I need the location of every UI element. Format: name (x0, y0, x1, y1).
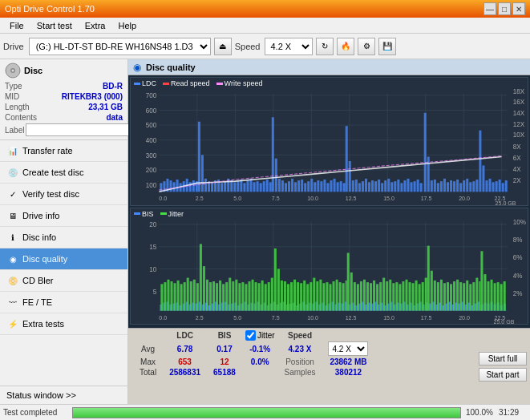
eject-button[interactable]: ⏏ (214, 38, 232, 55)
svg-rect-303 (187, 277, 189, 310)
refresh-button[interactable]: ↻ (316, 38, 334, 55)
settings-button[interactable]: ⚙ (358, 38, 375, 55)
progress-bar-fill (73, 408, 460, 418)
svg-rect-102 (346, 126, 348, 192)
nav-verify-test-disc[interactable]: ✓ Verify test disc (0, 184, 127, 205)
svg-rect-87 (291, 179, 293, 192)
svg-rect-350 (339, 282, 342, 311)
minimize-button[interactable]: — (483, 2, 496, 15)
svg-rect-315 (225, 282, 228, 311)
cd-bler-icon: 📀 (6, 274, 19, 287)
svg-rect-375 (419, 284, 421, 310)
verify-test-disc-icon: ✓ (6, 188, 19, 200)
svg-rect-99 (330, 180, 333, 192)
svg-rect-389 (463, 283, 465, 310)
svg-rect-60 (204, 179, 207, 192)
svg-rect-77 (272, 117, 274, 192)
svg-rect-130 (431, 180, 433, 192)
svg-rect-107 (355, 180, 358, 192)
nav-disc-quality[interactable]: ◉ Disc quality (0, 248, 127, 270)
disc-label-input[interactable] (26, 123, 132, 136)
avg-speed: 4.23 X (278, 341, 322, 357)
total-label: Total (133, 367, 163, 378)
action-buttons: Start full Start part (475, 329, 530, 404)
svg-rect-357 (360, 281, 362, 311)
svg-rect-115 (381, 183, 383, 192)
samples-label: Samples (278, 367, 322, 378)
svg-rect-300 (177, 281, 180, 311)
svg-rect-305 (193, 280, 196, 311)
disc-section-label: Disc (24, 66, 42, 75)
position-label: Position (278, 357, 322, 367)
svg-rect-296 (164, 282, 166, 311)
svg-rect-367 (392, 283, 394, 310)
nav-extra-tests[interactable]: ⚡ Extra tests (0, 313, 127, 335)
title-bar: Opti Drive Control 1.70 — □ ✕ (0, 0, 530, 18)
svg-rect-338 (300, 283, 302, 310)
nav-disc-info[interactable]: ℹ Disc info (0, 227, 127, 248)
svg-text:0.0: 0.0 (159, 313, 167, 321)
svg-rect-109 (362, 181, 364, 192)
svg-rect-298 (171, 281, 173, 311)
transfer-rate-icon: 📊 (6, 144, 19, 157)
svg-rect-128 (417, 180, 419, 192)
svg-rect-117 (387, 179, 390, 192)
maximize-button[interactable]: □ (498, 2, 511, 15)
svg-rect-121 (400, 183, 403, 192)
svg-rect-353 (350, 273, 353, 311)
start-part-button[interactable]: Start part (479, 368, 527, 382)
status-window-btn[interactable]: Status window >> (0, 386, 127, 404)
close-button[interactable]: ✕ (512, 2, 525, 15)
total-ldc: 2586831 (163, 367, 207, 378)
nav-cd-bler[interactable]: 📀 CD Bler (0, 270, 127, 292)
svg-text:10: 10 (149, 265, 156, 273)
svg-rect-397 (487, 281, 489, 311)
jitter-checkbox[interactable] (245, 330, 256, 341)
disc-contents-label: Contents (5, 113, 37, 122)
svg-rect-342 (313, 277, 315, 310)
nav-drive-info[interactable]: 🖥 Drive info (0, 205, 127, 227)
jitter-checkbox-label: Jitter (245, 330, 275, 341)
svg-rect-75 (253, 182, 256, 192)
menu-extra[interactable]: Extra (79, 19, 112, 32)
nav-transfer-rate[interactable]: 📊 Transfer rate (0, 140, 127, 162)
svg-rect-133 (440, 181, 443, 192)
max-jitter: 0.0% (242, 357, 278, 367)
ldc-color (134, 83, 140, 85)
svg-text:300: 300 (146, 151, 157, 159)
col-speed: Speed (278, 330, 322, 341)
legend-ldc: LDC (134, 79, 156, 87)
svg-rect-309 (206, 280, 208, 311)
nav-fe-te[interactable]: 〰 FE / TE (0, 292, 127, 313)
svg-rect-361 (373, 281, 375, 311)
burn-button[interactable]: 🔥 (337, 38, 354, 55)
speed-select[interactable]: 4.2 X (265, 38, 313, 55)
svg-text:8%: 8% (513, 236, 523, 244)
svg-rect-337 (297, 282, 299, 311)
menu-file[interactable]: File (3, 19, 30, 32)
drive-select[interactable]: (G:) HL-DT-ST BD-RE WH16NS48 1.D3 (29, 38, 211, 55)
svg-rect-372 (409, 282, 411, 311)
svg-rect-134 (443, 179, 446, 192)
speed-select-stats[interactable]: 4.2 X (328, 341, 368, 356)
start-full-button[interactable]: Start full (479, 352, 527, 365)
svg-rect-390 (466, 281, 468, 311)
nav-create-test-disc[interactable]: 💿 Create test disc (0, 162, 127, 184)
svg-text:20: 20 (149, 220, 156, 228)
svg-text:7.5: 7.5 (272, 195, 280, 202)
svg-rect-97 (323, 180, 326, 192)
save-button[interactable]: 💾 (378, 38, 396, 55)
menu-start-test[interactable]: Start test (30, 19, 79, 32)
menu-help[interactable]: Help (111, 19, 143, 32)
svg-rect-327 (265, 284, 267, 310)
svg-rect-322 (248, 281, 250, 311)
stats-row: LDC BIS Jitter Speed (128, 329, 530, 404)
svg-text:15.0: 15.0 (383, 313, 394, 321)
svg-rect-394 (480, 251, 483, 310)
left-panel: Disc Type BD-R MID RITEKBR3 (000) Length… (0, 59, 128, 404)
svg-text:6%: 6% (513, 253, 523, 261)
svg-text:10X: 10X (513, 131, 525, 139)
svg-rect-59 (201, 155, 204, 192)
svg-rect-308 (203, 266, 205, 310)
svg-rect-313 (219, 281, 221, 311)
